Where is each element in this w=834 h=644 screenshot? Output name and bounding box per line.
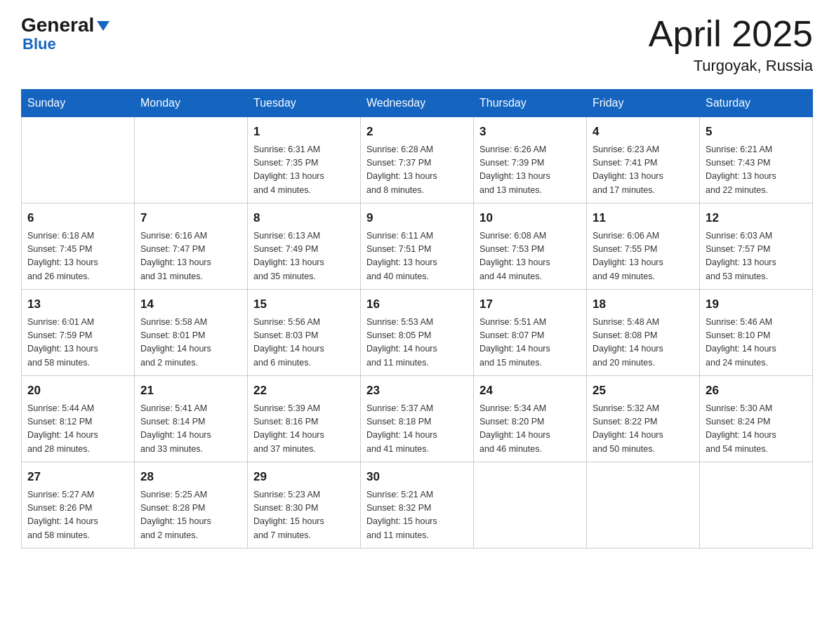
day-info: Sunrise: 5:37 AM Sunset: 8:18 PM Dayligh…	[366, 402, 468, 457]
day-info: Sunrise: 5:48 AM Sunset: 8:08 PM Dayligh…	[593, 316, 694, 370]
logo-arrow-icon	[95, 18, 111, 34]
calendar-cell: 14Sunrise: 5:58 AM Sunset: 8:01 PM Dayli…	[135, 290, 248, 376]
calendar-cell: 1Sunrise: 6:31 AM Sunset: 7:35 PM Daylig…	[248, 117, 361, 203]
day-number: 21	[140, 382, 241, 400]
day-info: Sunrise: 6:26 AM Sunset: 7:39 PM Dayligh…	[479, 143, 581, 198]
day-number: 11	[593, 209, 694, 227]
day-info: Sunrise: 5:44 AM Sunset: 8:12 PM Dayligh…	[27, 402, 128, 457]
day-info: Sunrise: 6:08 AM Sunset: 7:53 PM Dayligh…	[479, 229, 581, 284]
calendar-cell: 8Sunrise: 6:13 AM Sunset: 7:49 PM Daylig…	[248, 203, 361, 290]
day-number: 15	[253, 295, 355, 314]
calendar-cell	[474, 462, 587, 549]
calendar-week-row: 13Sunrise: 6:01 AM Sunset: 7:59 PM Dayli…	[22, 290, 813, 376]
day-number: 19	[706, 295, 807, 314]
day-number: 25	[593, 382, 694, 400]
day-info: Sunrise: 6:16 AM Sunset: 7:47 PM Dayligh…	[140, 229, 241, 284]
calendar-cell: 15Sunrise: 5:56 AM Sunset: 8:03 PM Dayli…	[248, 290, 361, 376]
day-info: Sunrise: 5:23 AM Sunset: 8:30 PM Dayligh…	[253, 488, 355, 543]
day-info: Sunrise: 5:32 AM Sunset: 8:22 PM Dayligh…	[593, 402, 694, 457]
day-number: 12	[706, 209, 807, 227]
day-number: 23	[366, 382, 468, 400]
logo: General Blue	[21, 14, 111, 53]
calendar-cell: 17Sunrise: 5:51 AM Sunset: 8:07 PM Dayli…	[474, 290, 587, 376]
calendar-day-header: Monday	[135, 90, 248, 117]
day-info: Sunrise: 6:06 AM Sunset: 7:55 PM Dayligh…	[593, 229, 694, 284]
day-number: 28	[140, 468, 241, 486]
calendar-week-row: 27Sunrise: 5:27 AM Sunset: 8:26 PM Dayli…	[22, 462, 813, 549]
day-number: 18	[593, 295, 694, 314]
day-info: Sunrise: 6:13 AM Sunset: 7:49 PM Dayligh…	[253, 229, 355, 284]
day-info: Sunrise: 5:39 AM Sunset: 8:16 PM Dayligh…	[253, 402, 355, 457]
day-number: 17	[479, 295, 581, 314]
calendar-cell: 13Sunrise: 6:01 AM Sunset: 7:59 PM Dayli…	[22, 290, 135, 376]
calendar-cell: 21Sunrise: 5:41 AM Sunset: 8:14 PM Dayli…	[135, 376, 248, 462]
day-info: Sunrise: 6:03 AM Sunset: 7:57 PM Dayligh…	[706, 229, 807, 284]
calendar-cell: 26Sunrise: 5:30 AM Sunset: 8:24 PM Dayli…	[700, 376, 813, 462]
calendar-cell: 20Sunrise: 5:44 AM Sunset: 8:12 PM Dayli…	[22, 376, 135, 462]
day-info: Sunrise: 5:30 AM Sunset: 8:24 PM Dayligh…	[706, 402, 807, 457]
day-number: 22	[253, 382, 355, 400]
day-info: Sunrise: 6:28 AM Sunset: 7:37 PM Dayligh…	[366, 143, 468, 198]
day-number: 13	[27, 295, 128, 314]
calendar-cell: 7Sunrise: 6:16 AM Sunset: 7:47 PM Daylig…	[135, 203, 248, 290]
day-number: 5	[706, 123, 807, 141]
day-info: Sunrise: 6:23 AM Sunset: 7:41 PM Dayligh…	[593, 143, 694, 198]
calendar-cell: 10Sunrise: 6:08 AM Sunset: 7:53 PM Dayli…	[474, 203, 587, 290]
calendar-cell: 27Sunrise: 5:27 AM Sunset: 8:26 PM Dayli…	[22, 462, 135, 549]
day-info: Sunrise: 5:53 AM Sunset: 8:05 PM Dayligh…	[366, 316, 468, 370]
day-number: 10	[479, 209, 581, 227]
day-info: Sunrise: 5:21 AM Sunset: 8:32 PM Dayligh…	[366, 488, 468, 543]
day-number: 2	[366, 123, 468, 141]
calendar-cell: 3Sunrise: 6:26 AM Sunset: 7:39 PM Daylig…	[474, 117, 587, 203]
calendar-cell	[135, 117, 248, 203]
calendar-cell	[22, 117, 135, 203]
day-number: 7	[140, 209, 241, 227]
calendar-cell: 25Sunrise: 5:32 AM Sunset: 8:22 PM Dayli…	[587, 376, 700, 462]
day-number: 16	[366, 295, 468, 314]
location: Turgoyak, Russia	[649, 57, 813, 75]
day-info: Sunrise: 5:41 AM Sunset: 8:14 PM Dayligh…	[140, 402, 241, 457]
day-info: Sunrise: 5:25 AM Sunset: 8:28 PM Dayligh…	[140, 488, 241, 543]
day-number: 27	[27, 468, 128, 486]
day-number: 20	[27, 382, 128, 400]
calendar-day-header: Friday	[587, 90, 700, 117]
calendar-cell: 5Sunrise: 6:21 AM Sunset: 7:43 PM Daylig…	[700, 117, 813, 203]
day-info: Sunrise: 5:46 AM Sunset: 8:10 PM Dayligh…	[706, 316, 807, 370]
calendar-cell: 18Sunrise: 5:48 AM Sunset: 8:08 PM Dayli…	[587, 290, 700, 376]
day-number: 29	[253, 468, 355, 486]
day-number: 4	[593, 123, 694, 141]
calendar-cell: 6Sunrise: 6:18 AM Sunset: 7:45 PM Daylig…	[22, 203, 135, 290]
calendar-day-header: Sunday	[22, 90, 135, 117]
calendar-cell	[587, 462, 700, 549]
calendar-cell: 28Sunrise: 5:25 AM Sunset: 8:28 PM Dayli…	[135, 462, 248, 549]
calendar-header-row: SundayMondayTuesdayWednesdayThursdayFrid…	[22, 90, 813, 117]
calendar-cell: 24Sunrise: 5:34 AM Sunset: 8:20 PM Dayli…	[474, 376, 587, 462]
day-info: Sunrise: 5:51 AM Sunset: 8:07 PM Dayligh…	[479, 316, 581, 370]
day-info: Sunrise: 6:01 AM Sunset: 7:59 PM Dayligh…	[27, 316, 128, 370]
calendar-week-row: 20Sunrise: 5:44 AM Sunset: 8:12 PM Dayli…	[22, 376, 813, 462]
calendar-cell: 12Sunrise: 6:03 AM Sunset: 7:57 PM Dayli…	[700, 203, 813, 290]
title-block: April 2025 Turgoyak, Russia	[649, 14, 813, 75]
day-number: 9	[366, 209, 468, 227]
day-info: Sunrise: 5:56 AM Sunset: 8:03 PM Dayligh…	[253, 316, 355, 370]
calendar-week-row: 1Sunrise: 6:31 AM Sunset: 7:35 PM Daylig…	[22, 117, 813, 203]
calendar-cell: 23Sunrise: 5:37 AM Sunset: 8:18 PM Dayli…	[361, 376, 474, 462]
day-number: 26	[706, 382, 807, 400]
page-header: General Blue April 2025 Turgoyak, Russia	[21, 14, 813, 75]
calendar-cell: 30Sunrise: 5:21 AM Sunset: 8:32 PM Dayli…	[361, 462, 474, 549]
day-number: 3	[479, 123, 581, 141]
calendar-day-header: Tuesday	[248, 90, 361, 117]
day-info: Sunrise: 5:27 AM Sunset: 8:26 PM Dayligh…	[27, 488, 128, 543]
calendar-table: SundayMondayTuesdayWednesdayThursdayFrid…	[21, 89, 813, 549]
calendar-cell: 4Sunrise: 6:23 AM Sunset: 7:41 PM Daylig…	[587, 117, 700, 203]
month-title: April 2025	[649, 14, 813, 54]
calendar-week-row: 6Sunrise: 6:18 AM Sunset: 7:45 PM Daylig…	[22, 203, 813, 290]
calendar-cell: 19Sunrise: 5:46 AM Sunset: 8:10 PM Dayli…	[700, 290, 813, 376]
day-info: Sunrise: 6:18 AM Sunset: 7:45 PM Dayligh…	[27, 229, 128, 284]
calendar-cell: 2Sunrise: 6:28 AM Sunset: 7:37 PM Daylig…	[361, 117, 474, 203]
day-number: 6	[27, 209, 128, 227]
day-number: 8	[253, 209, 355, 227]
calendar-day-header: Thursday	[474, 90, 587, 117]
day-number: 30	[366, 468, 468, 486]
calendar-day-header: Saturday	[700, 90, 813, 117]
